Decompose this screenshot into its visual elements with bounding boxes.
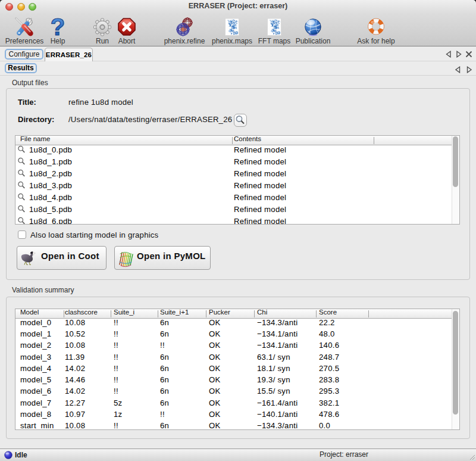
svg-text:?: ?	[51, 17, 65, 36]
